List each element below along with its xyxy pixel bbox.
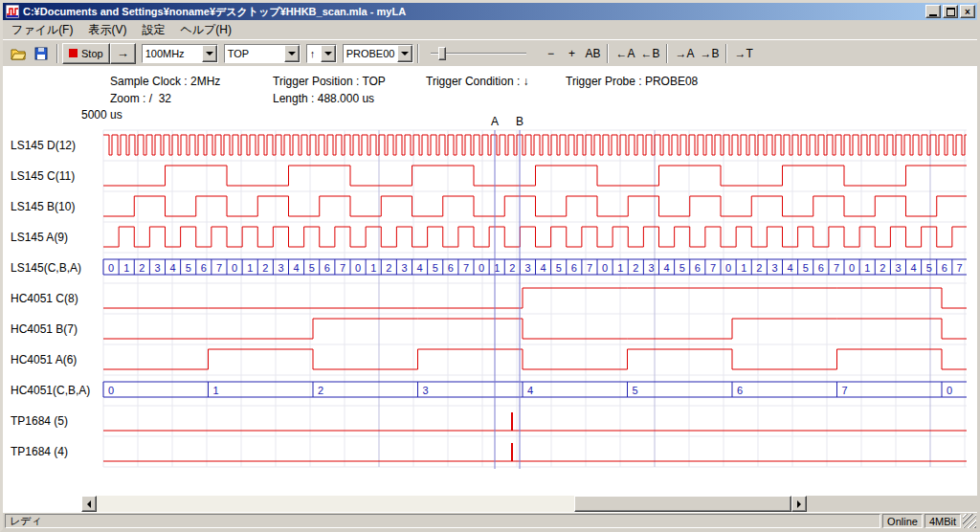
bus-value: 2 bbox=[318, 385, 323, 396]
channel-label: LS145(C,B,A) bbox=[11, 261, 81, 275]
bus-value: 5 bbox=[926, 262, 932, 274]
bus-value: 6 bbox=[571, 262, 577, 274]
toolbar-nav: −+AB←A←B→A→B→T bbox=[540, 44, 755, 63]
bus-value: 4 bbox=[664, 262, 670, 274]
trigger-edge-select[interactable]: ↑ bbox=[306, 44, 337, 63]
horizontal-scrollbar[interactable] bbox=[81, 496, 807, 512]
wave-path bbox=[103, 135, 967, 155]
bus-value: 3 bbox=[895, 262, 901, 274]
bus-value: 5 bbox=[186, 262, 191, 274]
bus-value: 6 bbox=[695, 262, 701, 274]
bus-value: 3 bbox=[648, 262, 654, 274]
client-area: 5000 us 01234567012345670123456701234567… bbox=[3, 66, 977, 513]
bus-value: 1 bbox=[123, 262, 129, 274]
bus-value: 7 bbox=[216, 262, 222, 274]
scroll-left-button[interactable] bbox=[81, 496, 97, 512]
bus-value: 1 bbox=[864, 262, 870, 274]
clock-select-arrow[interactable] bbox=[202, 45, 217, 62]
trigger-position-select[interactable]: TOP bbox=[224, 44, 301, 63]
resize-grip[interactable] bbox=[963, 514, 976, 528]
channel-label: LS145 A(9) bbox=[11, 231, 68, 244]
marker-label-b[interactable]: B bbox=[515, 115, 524, 128]
open-button[interactable] bbox=[7, 43, 30, 64]
bus-value: 6 bbox=[201, 262, 207, 274]
bus-value: 1 bbox=[370, 262, 376, 274]
wave-path bbox=[103, 382, 967, 397]
toolbar-nav-button[interactable]: + bbox=[561, 44, 582, 63]
bus-value: 4 bbox=[170, 262, 176, 274]
bus-value: 5 bbox=[679, 262, 685, 274]
bus-value: 3 bbox=[423, 385, 429, 396]
chevron-down-icon bbox=[206, 52, 213, 55]
close-icon: × bbox=[965, 7, 970, 17]
floppy-disk-icon bbox=[34, 47, 48, 60]
toolbar-nav-button[interactable]: AB bbox=[582, 44, 603, 63]
bus-value: 4 bbox=[294, 262, 300, 274]
scrollbar-filler bbox=[807, 496, 977, 512]
menu-bar: ファイル(F)表示(V)設定ヘルプ(H) bbox=[3, 20, 977, 39]
bus-value: 2 bbox=[509, 262, 515, 274]
bus-value: 6 bbox=[942, 262, 947, 274]
info-text: Trigger Probe : PROBE08 bbox=[566, 75, 698, 88]
title-bar[interactable]: C:¥Documents and Settings¥noname¥デスクトップ¥… bbox=[3, 3, 977, 20]
menu-item[interactable]: 表示(V) bbox=[80, 20, 134, 40]
toolbar-nav-button[interactable]: − bbox=[540, 44, 561, 63]
save-button[interactable] bbox=[30, 43, 53, 64]
bus-value: 3 bbox=[401, 262, 407, 274]
minimize-button[interactable] bbox=[925, 5, 941, 18]
trigger-position-arrow[interactable] bbox=[284, 45, 300, 62]
bus-value: 7 bbox=[956, 262, 962, 274]
bus-value: 3 bbox=[278, 262, 283, 274]
wave-path bbox=[379, 130, 930, 467]
stop-button[interactable]: Stop bbox=[62, 43, 110, 64]
bus-value: 2 bbox=[139, 262, 145, 274]
bus-value: 6 bbox=[324, 262, 330, 274]
bus-value: 5 bbox=[433, 262, 438, 274]
toolbar-separator bbox=[56, 44, 58, 63]
toolbar-nav-button[interactable]: ←B bbox=[637, 44, 662, 63]
trigger-edge-arrow[interactable] bbox=[321, 45, 336, 62]
bus-value: 0 bbox=[947, 385, 952, 396]
toolbar-nav-button[interactable]: →B bbox=[697, 44, 722, 63]
clock-select[interactable]: 100MHz bbox=[142, 44, 218, 63]
bus-value: 1 bbox=[213, 385, 219, 396]
toolbar-nav-button[interactable]: ←A bbox=[612, 44, 637, 63]
waveform-svg: 0123456701234567012345670123456701234567… bbox=[3, 66, 977, 513]
open-folder-icon bbox=[11, 47, 26, 60]
bus-value: 2 bbox=[633, 262, 638, 274]
slider-thumb[interactable] bbox=[438, 47, 446, 60]
info-text: Length : 488.000 us bbox=[273, 92, 374, 105]
menu-item[interactable]: ファイル(F) bbox=[4, 20, 80, 40]
toolbar-nav-button[interactable]: →A bbox=[672, 44, 697, 63]
bus-value: 3 bbox=[154, 262, 160, 274]
run-button[interactable]: → bbox=[110, 43, 136, 64]
marker-label-a[interactable]: A bbox=[490, 115, 500, 128]
bus-value: 5 bbox=[803, 262, 809, 274]
channel-label: HC4051(C,B,A) bbox=[11, 384, 90, 397]
bus-value: 7 bbox=[340, 262, 345, 274]
bus-value: 5 bbox=[309, 262, 315, 274]
app-icon bbox=[6, 5, 19, 18]
bus-value: 0 bbox=[355, 262, 361, 274]
menu-item[interactable]: ヘルプ(H) bbox=[172, 20, 239, 40]
bus-value: 2 bbox=[880, 262, 885, 274]
bus-value: 5 bbox=[556, 262, 562, 274]
stop-label: Stop bbox=[81, 48, 103, 59]
info-text: Zoom : / 32 bbox=[110, 92, 171, 105]
bus-value: 1 bbox=[247, 262, 253, 274]
maximize-button[interactable] bbox=[943, 5, 958, 18]
scrollbar-thumb[interactable] bbox=[574, 496, 791, 512]
probe-select-arrow[interactable] bbox=[397, 45, 412, 62]
menu-item[interactable]: 設定 bbox=[134, 20, 172, 40]
bus-value: 3 bbox=[524, 262, 530, 274]
bus-value: 6 bbox=[448, 262, 454, 274]
bus-value: 2 bbox=[386, 262, 391, 274]
zoom-slider[interactable] bbox=[431, 44, 526, 63]
toolbar-nav-button[interactable]: →T bbox=[731, 44, 755, 63]
close-button[interactable]: × bbox=[960, 5, 975, 18]
window-title: C:¥Documents and Settings¥noname¥デスクトップ¥… bbox=[23, 5, 924, 19]
trigger-edge-value: ↑ bbox=[307, 45, 321, 62]
probe-select[interactable]: PROBE00 bbox=[343, 44, 414, 63]
scroll-right-button[interactable] bbox=[791, 496, 807, 512]
status-online: Online bbox=[882, 514, 923, 528]
